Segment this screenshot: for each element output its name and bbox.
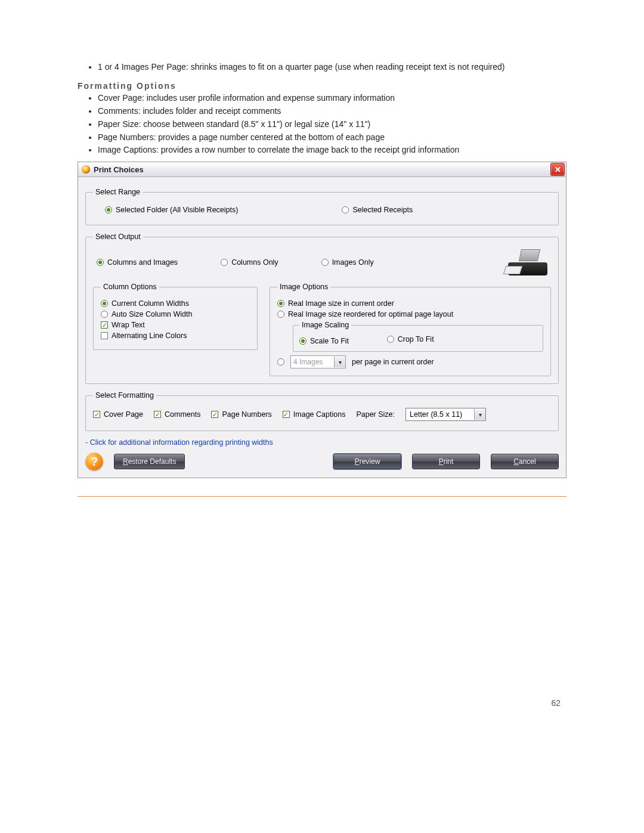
radio-selected-receipts[interactable]: Selected Receipts xyxy=(342,206,413,214)
check-image-captions[interactable]: ✓ Image Captions xyxy=(283,410,346,419)
printing-widths-link[interactable]: - Click for additional information regar… xyxy=(85,438,559,447)
images-per-page-suffix: per page in current order xyxy=(352,358,434,366)
radio-label: Selected Receipts xyxy=(352,206,413,214)
chevron-down-icon: ▾ xyxy=(474,409,485,420)
check-label: Wrap Text xyxy=(112,321,145,329)
select-output-legend: Select Output xyxy=(93,233,143,241)
printer-icon xyxy=(504,249,547,275)
check-label: Page Numbers xyxy=(222,410,271,419)
radio-images-only[interactable]: Images Only xyxy=(321,258,374,267)
radio-current-column-widths[interactable]: Current Column Widths xyxy=(101,299,250,308)
radio-real-image-reorder[interactable]: Real Image size reordered for optimal pa… xyxy=(277,310,537,318)
doc-bullet: Paper Size: choose between standard (8.5… xyxy=(98,119,566,130)
radio-label: Crop To Fit xyxy=(398,335,434,343)
radio-label: Images Only xyxy=(332,258,374,267)
radio-label: Real Image size reordered for optimal pa… xyxy=(288,310,453,318)
section-heading: Formatting Options xyxy=(78,81,566,91)
radio-label: Real Image size in current order xyxy=(288,299,394,308)
select-output-group: Select Output Columns and Images Columns… xyxy=(85,233,559,384)
help-button[interactable]: ? xyxy=(85,453,103,470)
radio-auto-size-column-width[interactable]: Auto Size Column Width xyxy=(101,310,250,318)
images-per-page-combo[interactable]: ▾ xyxy=(290,355,346,368)
doc-bullet: Comments: includes folder and receipt co… xyxy=(98,106,566,117)
column-options-group: Column Options Current Column Widths Aut… xyxy=(93,283,258,350)
app-icon xyxy=(82,165,90,174)
select-formatting-legend: Select Formatting xyxy=(93,391,156,400)
radio-n-images-per-page[interactable] xyxy=(277,358,284,366)
check-label: Alternating Line Colors xyxy=(112,332,187,340)
radio-scale-to-fit[interactable]: Scale To Fit xyxy=(299,337,349,345)
paper-size-select[interactable]: Letter (8.5 x 11) ▾ xyxy=(405,408,486,421)
check-comments[interactable]: ✓ Comments xyxy=(154,410,200,419)
select-range-legend: Select Range xyxy=(93,188,143,196)
radio-label: Columns Only xyxy=(231,258,278,267)
page-separator xyxy=(78,496,566,497)
image-scaling-group: Image Scaling Scale To Fit Crop To Fit xyxy=(293,321,543,352)
check-label: Image Captions xyxy=(293,410,346,419)
doc-bullet: 1 or 4 Images Per Page: shrinks images t… xyxy=(98,61,566,73)
preview-button[interactable]: Preview xyxy=(333,454,401,469)
check-page-numbers[interactable]: ✓ Page Numbers xyxy=(211,410,271,419)
close-button[interactable]: ✕ xyxy=(550,163,565,176)
doc-bullet: Image Captions: provides a row number to… xyxy=(98,144,566,156)
doc-bullet: Page Numbers: provides a page number cen… xyxy=(98,132,566,143)
images-per-page-value xyxy=(291,357,334,367)
doc-bullet: Cover Page: includes user profile inform… xyxy=(98,92,566,104)
paper-size-value: Letter (8.5 x 11) xyxy=(406,410,474,419)
dialog-title: Print Choices xyxy=(94,165,144,174)
radio-selected-folder[interactable]: Selected Folder (All Visible Receipts) xyxy=(105,206,238,214)
radio-columns-only[interactable]: Columns Only xyxy=(221,258,278,267)
help-icon-glyph: ? xyxy=(91,455,98,469)
close-icon: ✕ xyxy=(555,165,561,174)
restore-defaults-button[interactable]: Restore Defaults xyxy=(114,454,185,469)
titlebar: Print Choices ✕ xyxy=(78,162,566,177)
check-alternating-line-colors[interactable]: Alternating Line Colors xyxy=(101,332,250,340)
image-scaling-legend: Image Scaling xyxy=(299,321,351,329)
check-label: Cover Page xyxy=(104,410,143,419)
radio-columns-and-images[interactable]: Columns and Images xyxy=(97,258,178,267)
document-text: 1 or 4 Images Per Page: shrinks images t… xyxy=(78,61,566,156)
radio-label: Scale To Fit xyxy=(310,337,349,345)
column-options-legend: Column Options xyxy=(101,283,159,291)
print-button[interactable]: Print xyxy=(412,454,480,469)
radio-label: Columns and Images xyxy=(107,258,178,267)
image-options-legend: Image Options xyxy=(277,283,330,291)
cancel-button[interactable]: Cancel xyxy=(491,454,559,469)
radio-label: Current Column Widths xyxy=(112,299,189,308)
radio-label: Auto Size Column Width xyxy=(112,310,192,318)
check-cover-page[interactable]: ✓ Cover Page xyxy=(93,410,143,419)
image-options-group: Image Options Real Image size in current… xyxy=(270,283,551,376)
check-label: Comments xyxy=(165,410,200,419)
page-number: 62 xyxy=(551,698,561,708)
chevron-down-icon: ▾ xyxy=(334,357,345,367)
radio-real-image-current-order[interactable]: Real Image size in current order xyxy=(277,299,537,308)
check-wrap-text[interactable]: ✓ Wrap Text xyxy=(101,321,250,329)
radio-label: Selected Folder (All Visible Receipts) xyxy=(116,206,238,214)
paper-size-label: Paper Size: xyxy=(356,410,395,419)
select-range-group: Select Range Selected Folder (All Visibl… xyxy=(85,188,559,225)
select-formatting-group: Select Formatting ✓ Cover Page ✓ Comment… xyxy=(85,391,559,431)
print-choices-dialog: Print Choices ✕ Select Range Selected Fo… xyxy=(78,162,566,478)
radio-crop-to-fit[interactable]: Crop To Fit xyxy=(387,335,434,343)
